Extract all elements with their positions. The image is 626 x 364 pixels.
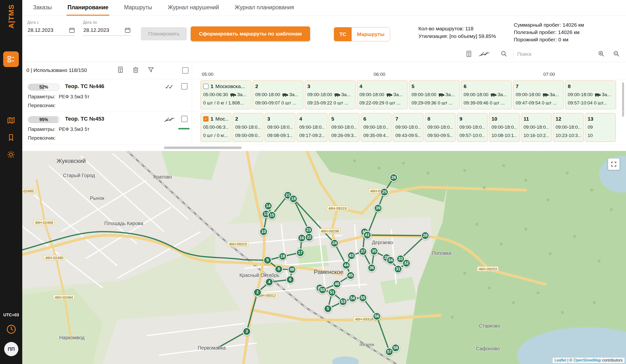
route-stop-cell[interactable]: ✓1Мос...05:00-06:3...0 шт / 0 кг... [200, 113, 231, 142]
route-stop-cell[interactable]: 609:00-18:00За...09:39-09:46 0 шт ... [461, 81, 512, 109]
map-marker[interactable]: 45 [347, 271, 355, 280]
map-marker[interactable]: 31 [394, 265, 402, 273]
export-document-button[interactable] [465, 49, 473, 58]
osm-link[interactable]: OpenStreetMap [573, 358, 601, 362]
map-marker[interactable]: 46 [333, 280, 341, 288]
map-marker[interactable]: 39 [374, 204, 382, 212]
clock-button[interactable] [6, 324, 17, 336]
route-stop-cell[interactable]: 509:00-18:00За...09:29-09:36 0 шт ... [409, 81, 460, 109]
map-marker[interactable]: 14 [264, 202, 273, 210]
map-marker[interactable]: 6 [286, 276, 294, 284]
map[interactable]: ЖуковскийСтарый ГородРынокКратовоПлощадь… [0, 151, 626, 364]
map-marker[interactable]: 53 [339, 297, 347, 306]
route-stop-cell[interactable]: 1Московска...05:00-06:30За...0 шт / 0 кг… [200, 81, 251, 109]
route-stop-cell[interactable]: 709:00-18:00За...09:47-09:54 0 шт ... [513, 81, 564, 109]
map-marker[interactable]: 22 [305, 233, 313, 242]
map-marker[interactable]: 56 [373, 312, 381, 321]
map-marker[interactable]: 17 [296, 248, 305, 257]
route-stop-cell[interactable]: 409:00-18:0...09:17-09:2... [297, 113, 327, 142]
route-stop-cell[interactable]: 509:00-18:0...09:26-09:3... [329, 113, 359, 142]
zoom-out-timeline-button[interactable] [612, 49, 621, 58]
map-marker[interactable]: 18 [278, 252, 287, 261]
toggle-routes[interactable]: Маршруты [352, 27, 390, 41]
route-stop-cell[interactable]: 309:00-18:00За...09:15-09:22 0 шт ... [305, 81, 355, 109]
vehicle-checkbox[interactable] [181, 116, 188, 122]
route-stop-cell[interactable]: 809:00-18:0...09:50-09:5... [425, 113, 456, 142]
map-marker[interactable]: 19 [289, 195, 298, 203]
map-marker[interactable]: 23 [305, 226, 313, 234]
map-marker[interactable]: 16 [298, 234, 306, 242]
route-stop-cell[interactable]: 209:00-18:00За...09:00-09:07 0 шт ... [253, 81, 304, 109]
filter-button[interactable] [147, 66, 156, 75]
map-marker[interactable]: 51 [328, 288, 336, 296]
route-stop-cell[interactable]: 309:00-18:0...09:08-09:1... [265, 113, 295, 142]
map-marker[interactable]: 9 [263, 256, 272, 264]
map-marker[interactable]: 26 [390, 173, 398, 182]
plan-button[interactable]: Планировать [141, 27, 187, 40]
map-marker[interactable]: 24 [330, 239, 339, 247]
route-stop-cell[interactable]: 809:00-18:00За...09:57-10:04 0 шт... [565, 81, 616, 109]
map-marker[interactable]: 54 [349, 294, 357, 302]
map-marker[interactable]: 57 [385, 348, 393, 356]
zoom-in-timeline-button[interactable] [597, 49, 606, 58]
route-stop-cell[interactable]: 709:00-18:0...09:43-09:5... [393, 113, 424, 142]
sidebar-item-map[interactable] [3, 113, 19, 128]
map-marker[interactable]: 25 [380, 188, 389, 196]
route-stop-cell[interactable]: 1009:00-18:0...10:08-10:1... [489, 113, 520, 142]
date-from-input[interactable] [27, 27, 62, 33]
tab-orders[interactable]: Заказы [32, 0, 53, 16]
map-marker[interactable]: 41 [363, 231, 371, 239]
route-stop-cell[interactable]: 130910 [585, 113, 616, 142]
map-marker[interactable]: 37 [359, 247, 367, 256]
map-marker[interactable]: 34 [386, 256, 395, 264]
tab-planning-log[interactable]: Журнал планирования [234, 0, 295, 16]
route-stop-cell[interactable]: 409:00-18:00За...09:22-09:29 0 шт ... [357, 81, 408, 109]
map-marker[interactable]: 8 [274, 265, 283, 273]
user-avatar[interactable]: ПП [4, 342, 18, 356]
map-marker[interactable]: 3 [242, 327, 251, 336]
unassign-icon[interactable]: ✓✓ [165, 116, 172, 122]
map-marker[interactable]: 43 [347, 251, 355, 260]
fullscreen-button[interactable] [608, 158, 620, 170]
map-marker[interactable]: 28 [421, 231, 430, 240]
sidebar-item-planning[interactable] [3, 51, 19, 67]
map-marker[interactable]: 15 [268, 211, 276, 219]
horizontal-scrollbar[interactable] [164, 147, 242, 149]
map-marker[interactable]: 55 [359, 294, 367, 302]
map-marker[interactable]: 48 [288, 265, 296, 274]
calendar-icon[interactable] [69, 27, 75, 33]
route-stop-cell[interactable]: 209:00-18:0...09:00-09:0... [233, 113, 263, 142]
route-checkbox[interactable] [203, 84, 209, 89]
map-marker[interactable]: 36 [368, 264, 376, 272]
generate-routes-by-template-button[interactable]: Сформировать маршруты по шаблонам [191, 26, 310, 41]
tab-violations-log[interactable]: Журнал нарушений [167, 0, 220, 16]
toggle-vehicles[interactable]: ТС [334, 27, 352, 41]
calendar-icon[interactable] [124, 27, 131, 33]
sidebar-item-settings[interactable] [3, 147, 19, 162]
map-marker[interactable]: 5 [324, 305, 332, 313]
search-input[interactable] [517, 49, 591, 59]
route-stop-cell[interactable]: 1209:00-18:0...10:23-10:3... [553, 113, 584, 142]
route-stop-cell[interactable]: 909:00-18:0...09:57-10:0... [457, 113, 488, 142]
double-check-icon[interactable]: ✓✓ [165, 84, 172, 90]
map-marker[interactable]: 50 [318, 286, 327, 294]
tab-routes[interactable]: Маршруты [123, 0, 153, 16]
tab-planning[interactable]: Планирование [67, 0, 110, 16]
search-button[interactable] [500, 49, 509, 58]
map-marker[interactable]: 35 [370, 247, 378, 255]
route-stop-cell[interactable]: 1109:00-18:0...10:16-10:2... [521, 113, 552, 142]
map-marker[interactable]: 32 [402, 259, 411, 267]
map-marker[interactable]: 2 [253, 288, 262, 296]
delete-button[interactable] [132, 66, 141, 75]
leaflet-link[interactable]: Leaflet [555, 358, 566, 362]
date-to-input[interactable] [83, 27, 118, 33]
route-checkbox[interactable]: ✓ [203, 116, 209, 121]
map-marker[interactable]: 10 [259, 228, 268, 236]
map-marker[interactable]: 44 [342, 261, 351, 269]
unassign-all-button[interactable]: ✓✓ [479, 49, 488, 58]
route-stop-cell[interactable]: 609:00-18:0...09:35-09:4... [361, 113, 391, 142]
select-all-checkbox[interactable] [182, 67, 189, 74]
vehicle-checkbox[interactable] [181, 83, 188, 89]
sidebar-item-bookmarks[interactable] [3, 130, 19, 145]
map-marker[interactable]: 4 [265, 278, 274, 286]
